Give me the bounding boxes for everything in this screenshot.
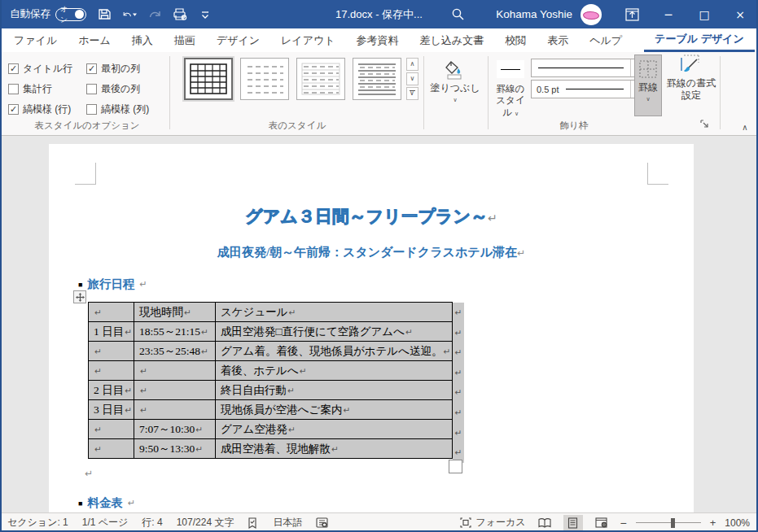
checkbox-option-0[interactable]: ✓タイトル行 [8,59,86,79]
table-resize-handle[interactable] [449,460,462,473]
save-icon[interactable] [97,7,112,22]
status-line[interactable]: 行: 4 [142,516,162,530]
line-style-dropdown[interactable]: ∨ [531,59,643,77]
web-layout-button[interactable] [592,515,611,531]
doc-subtitle[interactable]: 成田夜発/朝～午前帰：スタンダードクラスホテル滞在↵ [49,245,694,260]
doc-heading-title[interactable]: グアム３日間～フリープラン～↵ [49,205,694,228]
borders-button[interactable]: 罫線 ∨ [634,55,662,116]
table-cell[interactable]: ↵ [89,420,134,439]
tab-5[interactable]: レイアウト [270,28,346,52]
zoom-out-button[interactable]: − [620,517,627,530]
table-cell[interactable]: 23:35～25:48↵ [134,342,215,361]
avatar[interactable] [581,4,602,25]
table-move-handle[interactable] [73,290,86,303]
checkbox-checked-icon[interactable]: ✓ [86,63,97,74]
status-page[interactable]: 1/1 ページ [82,516,129,530]
table-cell[interactable]: 9:50～13:30↵ [134,439,215,459]
checkbox-option-3[interactable]: ✓最初の列 [86,59,164,79]
dialog-launcher-icon[interactable] [700,120,709,131]
table-style-thumbnail[interactable] [353,58,401,100]
gallery-more-icon[interactable]: ∨ [406,87,418,100]
table-cell[interactable]: 着後、ホテルへ↵ [215,361,452,381]
table-style-thumbnail[interactable] [296,58,345,100]
section-heading-prices[interactable]: ■ 料金表 ↵ [78,495,135,511]
search-icon[interactable] [439,0,476,28]
minimize-button[interactable]: ─ [651,0,686,28]
table-cell[interactable]: ↵ [134,361,215,381]
table-cell[interactable]: ↵ [134,381,215,400]
tab-3[interactable]: 描画 [164,28,206,52]
maximize-button[interactable]: □ [686,0,722,28]
document-area[interactable]: グアム３日間～フリープラン～↵ 成田夜発/朝～午前帰：スタンダードクラスホテル滞… [0,136,758,512]
checkbox-unchecked-icon[interactable] [86,84,97,94]
status-section[interactable]: セクション: 1 [7,516,68,530]
table-cell[interactable]: 現地係員が空港へご案内↵ [215,400,452,420]
section-heading-itinerary[interactable]: ■ 旅行日程 ↵ [78,277,147,292]
tab-7[interactable]: 差し込み文書 [410,28,495,52]
checkbox-option-4[interactable]: 最後の列 [86,79,164,99]
zoom-in-button[interactable]: + [710,517,716,529]
ribbon-display-options-icon[interactable] [613,0,651,28]
tab-6[interactable]: 参考資料 [346,28,410,52]
zoom-percentage[interactable]: 100% [725,517,750,529]
gallery-scroll-down-icon[interactable]: ∨ [406,72,418,85]
zoom-slider-thumb[interactable] [671,518,675,528]
table-cell[interactable]: 終日自由行動↵ [215,381,452,400]
user-name[interactable]: Kohama Yoshie [476,8,581,20]
tab-9[interactable]: 表示 [537,28,579,52]
tab-4[interactable]: デザイン [206,28,270,52]
close-button[interactable]: × [722,0,758,28]
autosave-toggle[interactable]: オン [55,8,86,21]
proofing-status-icon[interactable] [248,517,259,529]
table-cell[interactable]: 18:55～21:15↵ [134,322,215,342]
tab-11[interactable]: テーブル デザイン [644,28,755,52]
table-cell[interactable]: グアム着。着後、現地係員がホテルへ送迎。↵ [215,342,452,361]
table-cell[interactable]: ↵ [134,400,215,420]
status-char-count[interactable]: 107/224 文字 [177,516,234,530]
tab-1[interactable]: ホーム [68,28,121,52]
checkbox-option-2[interactable]: ✓縞模様 (行) [8,99,86,120]
focus-mode-button[interactable]: フォーカス [460,516,525,530]
line-weight-dropdown[interactable]: 0.5 pt ∨ [531,80,643,98]
checkbox-checked-icon[interactable]: ✓ [8,104,19,115]
shading-button[interactable]: 塗りつぶし ∨ [429,60,481,102]
zoom-slider[interactable] [636,518,701,528]
read-mode-button[interactable] [535,515,554,531]
table-style-thumbnail-selected[interactable] [184,58,233,100]
tab-12[interactable]: レイアウト [755,28,758,52]
autosave-control[interactable]: 自動保存 オン [10,7,86,21]
table-cell[interactable]: 成田空港着、現地解散↵ [215,439,452,459]
tab-10[interactable]: ヘルプ [579,28,633,52]
gallery-scroll-up-icon[interactable]: ∧ [406,58,418,71]
checkbox-unchecked-icon[interactable] [8,84,19,94]
table-cell[interactable]: グアム空港発↵ [215,420,452,439]
table-cell[interactable]: ↵ [89,342,134,361]
table-cell[interactable]: 1 日目↵ [89,322,134,342]
table-cell[interactable]: ↵ [89,439,134,459]
page[interactable]: グアム３日間～フリープラン～↵ 成田夜発/朝～午前帰：スタンダードクラスホテル滞… [49,144,694,512]
undo-icon[interactable] [122,7,137,22]
table-cell[interactable]: 3 日目↵ [89,400,134,420]
border-styles-button[interactable]: 罫線のスタイル ∨ [492,60,529,118]
tab-8[interactable]: 校閲 [494,28,537,52]
tab-2[interactable]: 挿入 [121,28,164,52]
checkbox-option-5[interactable]: 縞模様 (列) [86,99,164,120]
tab-0[interactable]: ファイル [3,28,68,52]
checkbox-checked-icon[interactable]: ✓ [8,63,19,74]
table-style-thumbnail[interactable] [240,58,289,100]
table-cell[interactable]: 2 日目↵ [89,381,134,400]
itinerary-table[interactable]: ↵現地時間↵スケジュール↵1 日目↵18:55～21:15↵成田空港発□直行便に… [88,302,453,459]
status-language[interactable]: 日本語 [273,516,302,530]
print-layout-button[interactable] [563,515,583,531]
table-cell[interactable]: ↵ [89,361,134,381]
table-cell[interactable]: スケジュール↵ [215,303,452,322]
table-cell[interactable]: ↵ [89,303,134,322]
checkbox-unchecked-icon[interactable] [86,104,97,115]
border-painter-button[interactable]: 罫線の書式設定 [666,55,716,102]
checkbox-option-1[interactable]: 集計行 [8,79,86,99]
collapse-ribbon-icon[interactable]: ∧ [737,123,753,132]
table-cell[interactable]: 7:07～10:30↵ [134,420,215,439]
table-cell[interactable]: 現地時間↵ [134,303,215,322]
ime-status-icon[interactable] [316,517,328,528]
customize-toolbar-icon[interactable] [198,7,213,22]
